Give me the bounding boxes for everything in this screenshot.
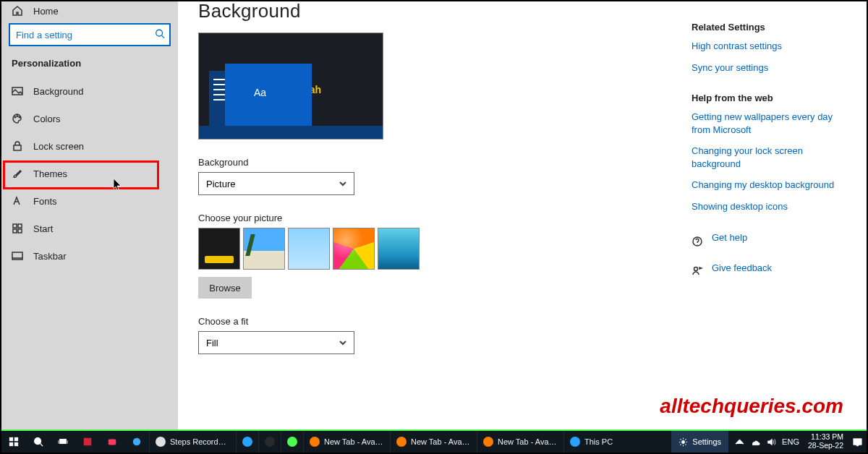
sidebar-item-taskbar[interactable]: Taskbar (1, 242, 178, 270)
tray-chevron-icon[interactable] (734, 437, 744, 447)
sidebar-item-lockscreen[interactable]: Lock screen (1, 132, 178, 160)
link-wallpapers-daily[interactable]: Getting new wallpapers every day from Mi… (692, 111, 843, 136)
taskbar-task[interactable] (236, 431, 258, 453)
link-get-help[interactable]: Get help (712, 231, 747, 244)
sidebar-item-colors[interactable]: Colors (1, 105, 178, 132)
font-icon (12, 195, 23, 207)
palette-icon (12, 113, 23, 124)
background-select[interactable]: Picture (198, 172, 354, 195)
taskview-button[interactable] (51, 431, 75, 453)
notifications-icon[interactable] (852, 437, 862, 447)
browse-button[interactable]: Browse (198, 277, 252, 299)
main-content: Background and say dulillah Aa Backgroun… (178, 1, 867, 453)
svg-point-4 (19, 116, 20, 118)
taskbar-task[interactable]: This PC (563, 431, 618, 453)
pinned-app[interactable] (100, 431, 124, 453)
background-label: Background (198, 157, 692, 168)
search-button[interactable] (26, 431, 51, 453)
picture-thumb[interactable] (243, 228, 285, 270)
picture-thumb[interactable] (198, 228, 240, 270)
taskbar-task[interactable]: New Tab - Avast ... (303, 431, 390, 453)
pinned-app[interactable] (124, 431, 149, 453)
link-desktop-bg[interactable]: Changing my desktop background (692, 179, 843, 192)
svg-rect-24 (853, 438, 861, 444)
background-select-value: Picture (206, 179, 235, 189)
taskbar: Steps Recorder - ... New Tab - Avast ...… (1, 431, 867, 453)
choose-picture-label: Choose your picture (198, 213, 692, 223)
fit-select[interactable]: Fill (198, 331, 354, 354)
feedback-icon (692, 265, 703, 279)
picture-thumb[interactable] (333, 228, 375, 270)
svg-rect-17 (14, 442, 18, 446)
background-preview: and say dulillah Aa (198, 33, 383, 140)
sidebar-item-themes[interactable]: Themes (1, 160, 178, 187)
svg-point-18 (35, 438, 41, 445)
svg-rect-19 (60, 440, 67, 444)
tray-clock[interactable]: 11:33 PM 28-Sep-22 (805, 433, 846, 450)
sidebar-item-label: Colors (33, 113, 61, 124)
picture-icon (12, 85, 23, 97)
svg-point-2 (14, 116, 16, 118)
page-title: Background (198, 1, 692, 22)
taskbar-task[interactable]: New Tab - Avast ... (390, 431, 477, 453)
onedrive-icon[interactable] (750, 437, 760, 447)
chevron-down-icon (339, 338, 346, 348)
watermark: alltechqueries.com (660, 395, 843, 418)
taskbar-task-settings[interactable]: Settings (671, 431, 728, 453)
start-button[interactable] (1, 431, 26, 453)
sidebar: Home Personalization Background Colors L… (1, 1, 178, 453)
svg-point-23 (682, 440, 685, 443)
svg-point-0 (156, 30, 163, 36)
taskbar-task[interactable]: New Tab - Avast ... (477, 431, 563, 453)
help-icon (692, 236, 703, 249)
sidebar-item-label: Lock screen (33, 141, 84, 152)
sidebar-item-fonts[interactable]: Fonts (1, 187, 178, 215)
svg-rect-14 (9, 437, 13, 441)
tray-language[interactable]: ENG (782, 437, 799, 446)
sidebar-item-background[interactable]: Background (1, 77, 178, 105)
svg-rect-21 (109, 440, 116, 445)
link-desktop-icons[interactable]: Showing desktop icons (692, 200, 843, 213)
sidebar-section-label: Personalization (1, 52, 178, 77)
link-lockscreen-bg[interactable]: Changing your lock screen background (692, 145, 843, 170)
chevron-down-icon (339, 179, 346, 189)
sidebar-item-label: Fonts (33, 196, 57, 207)
gear-icon (678, 437, 688, 447)
picture-thumb[interactable] (378, 228, 420, 270)
link-sync-settings[interactable]: Sync your settings (692, 61, 843, 74)
search-input[interactable] (9, 23, 171, 46)
svg-rect-20 (84, 438, 92, 446)
taskbar-task[interactable] (258, 431, 281, 453)
home-icon (12, 5, 23, 17)
svg-rect-16 (9, 442, 13, 446)
svg-point-22 (133, 438, 141, 446)
link-high-contrast[interactable]: High contrast settings (692, 40, 843, 53)
svg-rect-15 (14, 437, 18, 441)
sidebar-item-label: Background (33, 86, 83, 97)
fit-select-value: Fill (206, 338, 218, 348)
svg-rect-9 (18, 229, 22, 233)
svg-point-13 (694, 267, 698, 271)
right-panel: Related Settings High contrast settings … (692, 1, 843, 453)
svg-rect-5 (14, 145, 21, 150)
taskbar-task[interactable] (281, 431, 303, 453)
sidebar-item-label: Taskbar (33, 251, 67, 262)
sidebar-item-label: Start (33, 223, 53, 234)
brush-icon (12, 168, 23, 179)
picture-thumb[interactable] (288, 228, 330, 270)
svg-rect-8 (13, 229, 17, 233)
volume-icon[interactable] (766, 437, 776, 447)
related-settings-title: Related Settings (692, 22, 843, 33)
taskbar-icon (12, 250, 23, 262)
sidebar-item-start[interactable]: Start (1, 215, 178, 242)
sidebar-home[interactable]: Home (1, 1, 178, 20)
fit-label: Choose a fit (198, 316, 692, 327)
search-icon (155, 29, 165, 41)
link-give-feedback[interactable]: Give feedback (712, 262, 772, 275)
taskbar-task[interactable]: Steps Recorder - ... (149, 431, 236, 453)
lock-icon (12, 140, 23, 152)
sidebar-home-label: Home (33, 6, 59, 17)
svg-point-3 (17, 116, 18, 117)
pinned-app[interactable] (75, 431, 100, 453)
grid-icon (12, 223, 23, 234)
